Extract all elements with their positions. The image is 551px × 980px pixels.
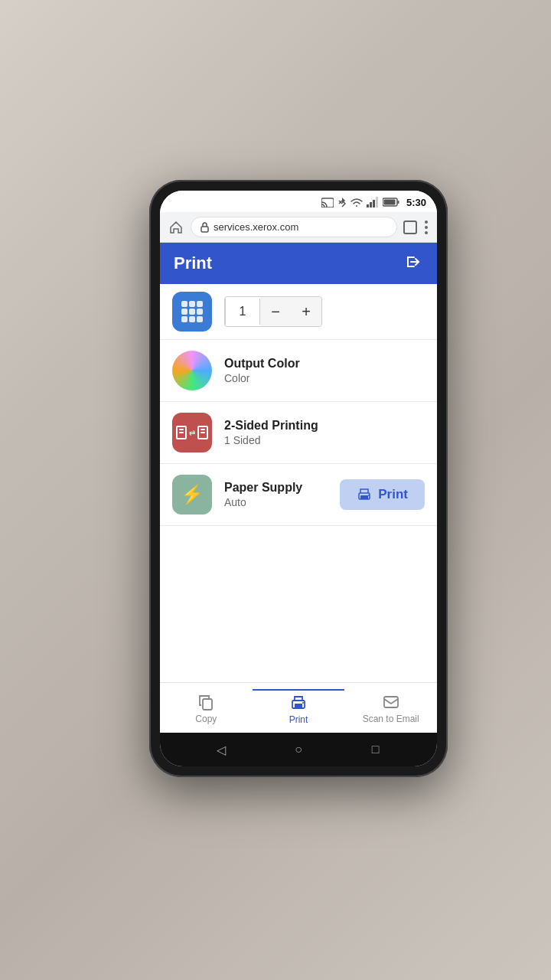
scan-email-icon: [382, 693, 400, 711]
browser-actions: [403, 219, 429, 236]
svg-rect-10: [201, 227, 208, 232]
output-color-value: Color: [224, 372, 425, 384]
two-sided-row[interactable]: ⇄ 2-Sided Printing 1 Sided: [160, 402, 437, 464]
browser-bar: services.xerox.com: [160, 212, 437, 243]
paper-supply-info: Paper Supply Auto: [224, 481, 320, 508]
paper-supply-title: Paper Supply: [224, 481, 320, 495]
copies-stepper[interactable]: 1 − +: [224, 296, 322, 327]
home-nav-button[interactable]: ○: [290, 741, 307, 758]
content-area: 1 − + Output Color Color: [160, 284, 437, 682]
svg-point-17: [302, 702, 304, 704]
svg-rect-18: [384, 697, 398, 707]
copies-row: 1 − +: [160, 284, 437, 340]
svg-rect-12: [360, 495, 368, 499]
output-color-row[interactable]: Output Color Color: [160, 340, 437, 402]
copies-icon: [172, 292, 212, 332]
svg-rect-5: [373, 200, 375, 207]
battery-icon: [383, 198, 399, 207]
paper-supply-value: Auto: [224, 496, 320, 508]
decrement-button[interactable]: −: [260, 297, 291, 326]
print-icon: [289, 694, 308, 712]
signal-icon: [367, 197, 379, 207]
nav-scan-email[interactable]: Scan to Email: [344, 690, 437, 727]
lock-icon: [201, 222, 209, 233]
svg-rect-6: [376, 197, 378, 207]
menu-icon[interactable]: [423, 219, 429, 236]
app-title: Print: [174, 253, 212, 273]
phone-device: 5:30 services.xerox.com: [149, 180, 448, 777]
bluetooth-icon: [337, 196, 347, 208]
output-color-info: Output Color Color: [224, 357, 425, 384]
paper-icon: ⚡: [172, 475, 212, 514]
increment-button[interactable]: +: [291, 297, 321, 326]
svg-rect-4: [370, 202, 372, 207]
print-button[interactable]: Print: [340, 479, 425, 510]
wifi-icon: [350, 197, 363, 207]
svg-rect-3: [367, 204, 369, 207]
url-bar[interactable]: services.xerox.com: [191, 217, 397, 237]
two-sided-info: 2-Sided Printing 1 Sided: [224, 419, 425, 446]
copy-icon: [197, 693, 215, 711]
recents-button[interactable]: □: [367, 741, 384, 758]
svg-rect-8: [397, 201, 399, 204]
nav-copy[interactable]: Copy: [160, 690, 253, 727]
phone-screen: 5:30 services.xerox.com: [160, 191, 437, 766]
svg-rect-14: [203, 699, 212, 710]
color-icon: [172, 351, 212, 390]
svg-point-13: [368, 495, 370, 496]
status-time: 5:30: [406, 197, 426, 208]
logout-icon[interactable]: [403, 252, 423, 275]
lightning-icon: ⚡: [181, 484, 204, 505]
paper-supply-row[interactable]: ⚡ Paper Supply Auto Print: [160, 464, 437, 526]
system-nav: ◁ ○ □: [160, 733, 437, 766]
url-text: services.xerox.com: [214, 221, 298, 233]
tabs-icon[interactable]: [403, 220, 417, 234]
duplex-icon: ⇄: [172, 413, 212, 452]
home-button[interactable]: [168, 219, 184, 236]
svg-rect-16: [295, 704, 302, 707]
output-color-title: Output Color: [224, 357, 425, 371]
nav-print[interactable]: Print: [253, 689, 345, 728]
print-btn-label: Print: [378, 487, 408, 502]
nav-copy-label: Copy: [195, 714, 217, 724]
two-sided-title: 2-Sided Printing: [224, 419, 425, 433]
status-icons: 5:30: [321, 196, 426, 208]
copies-value: 1: [225, 299, 260, 325]
print-btn-icon: [357, 488, 372, 501]
two-sided-value: 1 Sided: [224, 434, 425, 446]
bottom-nav: Copy Print Scan to Email: [160, 682, 437, 733]
cast-icon: [321, 197, 334, 207]
nav-scan-email-label: Scan to Email: [363, 714, 419, 724]
status-bar: 5:30: [160, 191, 437, 212]
app-header: Print: [160, 243, 437, 284]
svg-rect-9: [383, 200, 395, 205]
nav-print-label: Print: [289, 714, 308, 725]
back-button[interactable]: ◁: [213, 741, 230, 758]
